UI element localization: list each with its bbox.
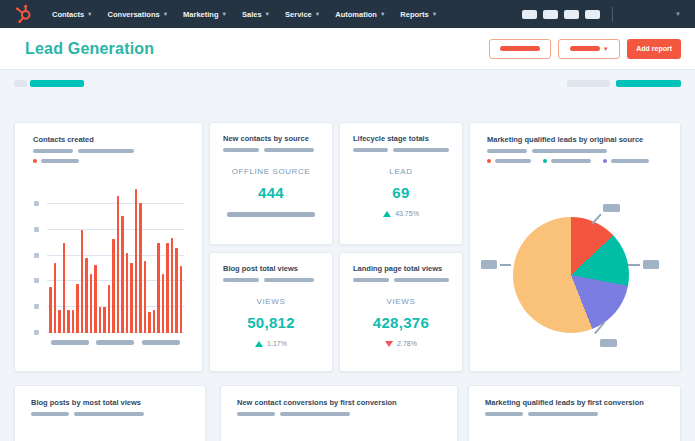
- placeholder-bar: [485, 412, 523, 416]
- placeholder-bar: [353, 148, 388, 152]
- metric-label: OFFLINE SOURCE: [223, 167, 319, 176]
- nav-item-contacts[interactable]: Contacts▼: [52, 10, 93, 19]
- report-title[interactable]: New contact conversions by first convers…: [237, 398, 441, 407]
- metric-label: VIEWS: [353, 297, 449, 306]
- card-new-contacts-by-source: New contacts by source OFFLINE SOURCE 44…: [209, 122, 333, 245]
- report-title[interactable]: Blog post total views: [223, 264, 319, 273]
- bar: [99, 307, 102, 333]
- report-title[interactable]: Lifecycle stage totals: [353, 134, 449, 143]
- bar: [67, 310, 70, 333]
- report-title[interactable]: Blog posts by most total views: [31, 398, 189, 407]
- nav-item-marketing[interactable]: Marketing▼: [183, 10, 227, 19]
- bar: [72, 310, 75, 333]
- chevron-down-icon: ▼: [315, 11, 320, 17]
- right-filter-placeholder-gray[interactable]: [567, 80, 610, 87]
- bar: [148, 312, 151, 333]
- bar: [166, 243, 169, 333]
- x-tick-placeholder: [96, 340, 134, 345]
- report-subtitle-placeholder: [33, 149, 184, 153]
- bar: [180, 266, 183, 333]
- nav-item-reports[interactable]: Reports▼: [400, 10, 437, 19]
- contacts-legend-dot: [33, 159, 37, 163]
- legend-item: [33, 159, 79, 163]
- header-actions: ▼ Add report: [489, 39, 681, 59]
- bar: [108, 285, 111, 333]
- pie-slice-label-placeholder: [600, 339, 617, 347]
- bar: [90, 274, 93, 333]
- dashboard-filter-button[interactable]: [489, 39, 551, 59]
- metric-delta: 43.75%: [353, 210, 449, 217]
- report-title[interactable]: Marketing qualified leads by original so…: [487, 135, 663, 144]
- nav-item-conversations[interactable]: Conversations▼: [108, 10, 169, 19]
- bar: [126, 253, 129, 333]
- nav-item-automation[interactable]: Automation▼: [335, 10, 385, 19]
- card-blog-posts-by-most-total-views: Blog posts by most total views: [14, 385, 206, 441]
- y-tick-placeholder: [34, 253, 39, 258]
- legend-label-placeholder: [551, 159, 591, 163]
- report-title[interactable]: Landing page total views: [353, 264, 449, 273]
- bar-chart-legend: [33, 159, 184, 163]
- bar: [153, 310, 156, 333]
- nav-tool-button-2[interactable]: [543, 10, 558, 19]
- legend-label-placeholder: [611, 159, 649, 163]
- bar: [171, 238, 174, 334]
- placeholder-bar: [264, 278, 314, 282]
- nav-tool-button-1[interactable]: [522, 10, 537, 19]
- nav-item-label: Marketing: [183, 10, 218, 19]
- card-new-contact-conversions-by-first-conversion: New contact conversions by first convers…: [220, 385, 458, 441]
- top-navbar: Contacts▼ Conversations▼ Marketing▼ Sale…: [0, 0, 695, 28]
- add-report-button[interactable]: Add report: [627, 39, 681, 59]
- y-tick-placeholder: [34, 304, 39, 309]
- delta-value: 2.78%: [397, 340, 417, 347]
- chevron-down-icon: ▼: [222, 11, 227, 17]
- placeholder-bar: [528, 412, 598, 416]
- button-label-placeholder: [500, 46, 540, 51]
- placeholder-bar: [353, 278, 389, 282]
- placeholder-bar: [532, 149, 607, 153]
- nav-item-sales[interactable]: Sales▼: [242, 10, 270, 19]
- dashboard-actions-dropdown[interactable]: ▼: [558, 39, 620, 59]
- x-axis-labels: [47, 340, 184, 345]
- bar-chart-plot: [47, 183, 184, 333]
- nav-tool-button-4[interactable]: [585, 10, 600, 19]
- metric-value: 428,376: [353, 314, 449, 331]
- hubspot-sprocket-logo-icon[interactable]: [12, 3, 36, 25]
- legend-label-placeholder: [495, 159, 531, 163]
- report-title[interactable]: Contacts created: [33, 135, 184, 144]
- nav-item-service[interactable]: Service▼: [285, 10, 320, 19]
- report-title[interactable]: Marketing qualified leads by first conve…: [485, 398, 664, 407]
- pie-legend-item: [603, 159, 649, 163]
- report-subtitle-placeholder: [31, 412, 189, 416]
- bar: [157, 243, 160, 333]
- bar: [139, 203, 142, 333]
- date-range-filter-placeholder[interactable]: [30, 80, 84, 87]
- y-tick-placeholder: [34, 227, 39, 232]
- placeholder-bar: [33, 149, 73, 153]
- placeholder-bar: [280, 412, 350, 416]
- x-tick-placeholder: [51, 340, 89, 345]
- report-title[interactable]: New contacts by source: [223, 134, 319, 143]
- nav-item-label: Conversations: [108, 10, 160, 19]
- nav-tool-button-3[interactable]: [564, 10, 579, 19]
- trend-up-icon: [255, 341, 263, 347]
- nav-item-label: Service: [285, 10, 312, 19]
- chevron-down-icon: ▼: [87, 11, 92, 17]
- trend-up-icon: [383, 211, 391, 217]
- bar: [117, 196, 120, 333]
- metric-value: 50,812: [223, 314, 319, 331]
- filter-placeholder-small[interactable]: [14, 80, 27, 87]
- bar: [63, 243, 66, 333]
- y-tick-placeholder: [34, 201, 39, 206]
- metric-label: LEAD: [353, 167, 449, 176]
- nav-item-label: Sales: [242, 10, 262, 19]
- page-title: Lead Generation: [25, 40, 154, 58]
- right-filter-placeholder-teal[interactable]: [616, 80, 681, 87]
- delta-value: 43.75%: [395, 210, 419, 217]
- placeholder-bar: [78, 149, 134, 153]
- bar: [54, 263, 57, 333]
- y-tick-placeholder: [34, 330, 39, 335]
- trend-down-icon: [385, 341, 393, 347]
- chevron-down-icon: ▼: [163, 11, 168, 17]
- user-menu-chevron-icon[interactable]: ▼: [675, 11, 681, 17]
- bar: [81, 230, 84, 333]
